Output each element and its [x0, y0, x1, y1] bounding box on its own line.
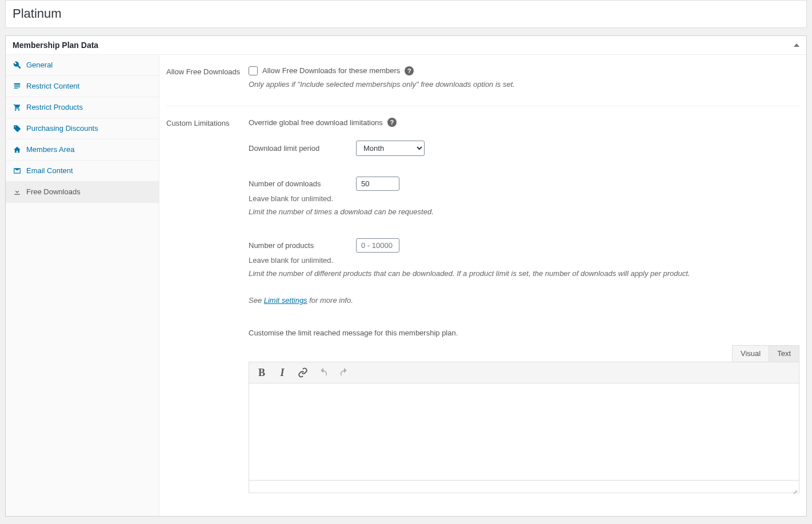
custom-limitations-row: Custom Limitations Override global free … — [166, 112, 799, 499]
sidebar-item-purchasing-discounts[interactable]: Purchasing Discounts — [6, 118, 159, 139]
resize-handle[interactable] — [791, 485, 798, 491]
allow-free-downloads-checkbox[interactable] — [249, 66, 258, 75]
wrench-icon — [13, 61, 22, 70]
tag-icon — [13, 124, 22, 133]
sidebar-tabs: General Restrict Content Restrict Produc… — [6, 55, 159, 517]
help-tip-icon[interactable]: ? — [387, 118, 397, 127]
override-heading: Override global free download limitation… — [249, 118, 383, 127]
content-panel: Allow Free Downloads Allow Free Download… — [159, 55, 806, 517]
sidebar-item-label: Purchasing Discounts — [26, 124, 98, 133]
limit-settings-link[interactable]: Limit settings — [264, 296, 307, 305]
title-box: Platinum — [5, 0, 807, 28]
sidebar-item-email-content[interactable]: Email Content — [6, 161, 159, 182]
sidebar-item-label: Members Area — [26, 145, 75, 154]
metabox-header: Membership Plan Data — [6, 36, 806, 55]
content-icon — [13, 82, 22, 91]
number-of-products-input[interactable] — [356, 238, 399, 253]
sidebar-item-restrict-products[interactable]: Restrict Products — [6, 97, 159, 118]
page-title: Platinum — [13, 5, 799, 23]
downloads-hint: Leave blank for unlimited. — [249, 194, 799, 203]
metabox-toggle[interactable] — [794, 43, 799, 47]
metabox-title: Membership Plan Data — [13, 41, 98, 50]
sidebar-item-members-area[interactable]: Members Area — [6, 139, 159, 161]
sidebar-item-label: Free Downloads — [26, 187, 81, 196]
download-icon — [13, 187, 22, 197]
help-tip-icon[interactable]: ? — [405, 66, 414, 75]
editor-footer — [249, 481, 799, 493]
undo-button[interactable] — [317, 366, 330, 379]
number-of-products-label: Number of products — [249, 241, 356, 250]
membership-plan-metabox: Membership Plan Data General Restrict Co… — [5, 35, 807, 517]
allow-free-downloads-checkbox-label: Allow Free Downloads for these members — [262, 66, 400, 75]
cart-icon — [13, 103, 22, 112]
sidebar-item-label: Restrict Content — [26, 82, 79, 90]
italic-button[interactable]: I — [275, 366, 289, 379]
products-description: Limit the number of different products t… — [249, 268, 799, 279]
editor-tab-visual[interactable]: Visual — [732, 345, 769, 362]
sidebar-item-restrict-content[interactable]: Restrict Content — [6, 76, 159, 97]
see-more-info: See Limit settings for more info. — [249, 296, 799, 305]
link-button[interactable] — [296, 366, 310, 379]
editor-wrap: Visual Text B I — [249, 345, 799, 493]
sidebar-item-general[interactable]: General — [6, 55, 159, 76]
home-icon — [13, 145, 22, 154]
editor-tab-text[interactable]: Text — [769, 345, 799, 362]
number-of-downloads-label: Number of downloads — [249, 179, 356, 188]
allow-free-downloads-label: Allow Free Downloads — [166, 66, 249, 76]
allow-free-downloads-help: Only applies if "Include selected member… — [249, 79, 799, 90]
download-limit-period-select[interactable]: Month — [356, 141, 425, 156]
custom-limitations-label: Custom Limitations — [166, 118, 249, 127]
editor-toolbar: B I — [249, 362, 799, 383]
number-of-downloads-input[interactable] — [356, 177, 399, 191]
bold-button[interactable]: B — [255, 366, 269, 379]
redo-button[interactable] — [337, 366, 351, 379]
customise-message: Customise the limit reached message for … — [249, 329, 799, 337]
allow-free-downloads-row: Allow Free Downloads Allow Free Download… — [166, 61, 799, 107]
sidebar-item-label: Email Content — [26, 166, 73, 175]
sidebar-item-label: Restrict Products — [26, 103, 83, 111]
editor-textarea[interactable] — [249, 383, 799, 481]
email-icon — [13, 166, 22, 175]
downloads-description: Limit the number of times a download can… — [249, 206, 799, 218]
products-hint: Leave blank for unlimited. — [249, 256, 799, 265]
download-limit-period-label: Download limit period — [249, 144, 356, 153]
sidebar-item-label: General — [26, 61, 53, 69]
sidebar-item-free-downloads[interactable]: Free Downloads — [6, 182, 159, 203]
